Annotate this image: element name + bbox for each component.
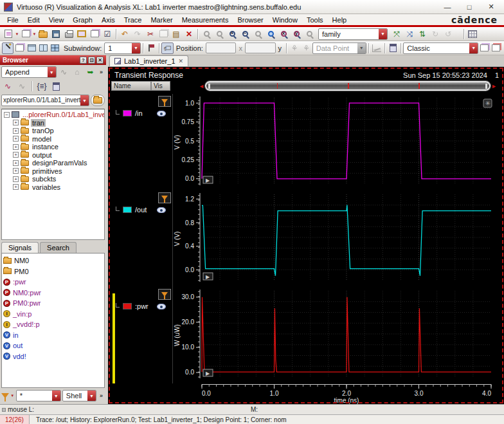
- menu-axis[interactable]: Axis: [97, 15, 120, 25]
- edit-properties-button[interactable]: ☑: [101, 28, 114, 40]
- plot-appearance-icon[interactable]: ⌂: [71, 66, 83, 78]
- plot-refresh-icon[interactable]: ∿: [58, 66, 70, 78]
- filter-dropdown-icon[interactable]: ▼: [10, 391, 15, 401]
- tree-item-subckts[interactable]: +subckts: [2, 175, 104, 183]
- signal-item-:pwr[interactable]: P:pwr: [3, 277, 103, 288]
- tab-lab1-inverter-1[interactable]: Lab1_inverter_1 ✕: [109, 55, 188, 66]
- time-range-slider[interactable]: ◄ ►: [198, 80, 498, 91]
- zoom-y-button[interactable]: y: [290, 28, 303, 40]
- split-window-button[interactable]: [37, 42, 49, 54]
- waveform-plot[interactable]: 1.20.80.40.0V (V)▶: [172, 190, 504, 287]
- tab-search[interactable]: Search: [40, 242, 76, 253]
- tab-close-icon[interactable]: ✕: [179, 58, 184, 64]
- signal-filter-icon[interactable]: [1, 393, 9, 398]
- multi-graph-button[interactable]: [14, 42, 25, 54]
- expand-icon[interactable]: +: [13, 184, 19, 190]
- expand-icon[interactable]: +: [13, 120, 19, 125]
- table-view-button[interactable]: [466, 28, 479, 40]
- minimize-button[interactable]: —: [438, 2, 456, 12]
- zoom-x-button[interactable]: x: [277, 28, 290, 40]
- menu-window[interactable]: Window: [268, 15, 302, 25]
- delete-window-button[interactable]: [491, 42, 502, 54]
- waveform-strip-in[interactable]: /in1.00.750.50.250.0V (V)▶✳: [108, 94, 504, 190]
- float-panel-icon[interactable]: ⊡: [88, 57, 95, 64]
- waveform-strip-pwr[interactable]: :pwr30.020.010.00.0W (uW)▶: [108, 287, 504, 383]
- grid-window-button[interactable]: [50, 42, 61, 54]
- save-button[interactable]: [50, 28, 62, 40]
- browser-overflow-chevron[interactable]: »: [98, 69, 105, 75]
- visibility-eye-icon[interactable]: [157, 111, 166, 116]
- trace-filter-button[interactable]: [158, 289, 171, 300]
- fit-all-button[interactable]: ⤧: [390, 28, 403, 40]
- next-zoom-button[interactable]: [213, 28, 226, 40]
- plot-signal-icon[interactable]: ∿: [1, 80, 14, 92]
- zoom-in-button[interactable]: +: [226, 28, 239, 40]
- expand-icon[interactable]: +: [13, 168, 19, 174]
- zoom-fit-button[interactable]: [264, 28, 277, 40]
- tree-item-tran[interactable]: +tran: [2, 119, 104, 127]
- plot-strip-icon[interactable]: ∿: [15, 80, 28, 92]
- help-icon[interactable]: ?: [80, 57, 87, 64]
- menu-help[interactable]: Help: [328, 15, 352, 25]
- family-combo[interactable]: family▼: [318, 28, 388, 40]
- calculator-button[interactable]: [387, 42, 399, 54]
- label-tool-button[interactable]: 🏷︎: [161, 42, 173, 54]
- undo-button[interactable]: ↶: [118, 28, 131, 40]
- theme-combo[interactable]: Classic▼: [403, 42, 478, 54]
- tree-item-primitives[interactable]: +primitives: [2, 167, 104, 176]
- menu-edit[interactable]: Edit: [23, 15, 44, 25]
- fit-y-button[interactable]: ⇅: [416, 28, 429, 40]
- maximize-button[interactable]: □: [460, 2, 478, 12]
- new-graph-dropdown-icon[interactable]: ▼: [15, 29, 19, 39]
- expand-icon[interactable]: +: [13, 176, 19, 182]
- signal-item-vdd![interactable]: Vvdd!: [3, 351, 103, 362]
- tree-root[interactable]: −...plorerRun.0/1/Lab1_inverter_1/psf: [2, 111, 104, 119]
- trace-filter-button[interactable]: [158, 192, 171, 203]
- filter-overflow-chevron[interactable]: »: [98, 392, 105, 399]
- zoom-custom-button[interactable]: [303, 28, 316, 40]
- new-subwindow-button[interactable]: [19, 28, 32, 40]
- tab-signals[interactable]: Signals: [1, 242, 39, 253]
- signal-item-in[interactable]: Vin: [3, 330, 103, 341]
- tree-item-instance[interactable]: +instance: [2, 143, 104, 151]
- print-button[interactable]: [62, 28, 75, 40]
- calculator-browser-icon[interactable]: [50, 80, 62, 92]
- signal-item-PM0[interactable]: PM0: [3, 266, 103, 277]
- expression-editor-icon[interactable]: {≡}: [35, 80, 48, 92]
- fit-x-button[interactable]: ⤨: [403, 28, 416, 40]
- menu-marker[interactable]: Marker: [146, 15, 177, 25]
- waveform-window[interactable]: Transient Response Sun Sep 15 20:55:23 2…: [108, 67, 504, 404]
- new-graph-button[interactable]: [2, 28, 15, 40]
- expand-icon[interactable]: +: [13, 160, 19, 166]
- tree-item-model[interactable]: +model: [2, 135, 104, 143]
- menu-measurements[interactable]: Measurements: [177, 15, 233, 25]
- add-plot-icon[interactable]: ➥: [84, 66, 96, 78]
- waveform-plot[interactable]: 1.00.750.50.250.0V (V)▶✳: [172, 94, 504, 190]
- tree-item-designParamVals[interactable]: +designParamVals: [2, 159, 104, 167]
- menu-view[interactable]: View: [44, 15, 69, 25]
- close-panel-icon[interactable]: ✕: [96, 57, 104, 64]
- edit-graph-button[interactable]: [88, 28, 101, 40]
- waveform-strip-out[interactable]: /out1.20.80.40.0V (V)▶: [108, 190, 504, 287]
- collapse-icon[interactable]: −: [4, 112, 10, 118]
- position-x-input[interactable]: [206, 42, 237, 53]
- trace-color-swatch[interactable]: [123, 303, 132, 309]
- select-mode-button[interactable]: [2, 42, 14, 54]
- datapoint-combo[interactable]: Data Point▼: [312, 42, 366, 54]
- zoom-out-button[interactable]: −: [239, 28, 251, 40]
- trace-name[interactable]: /out: [135, 206, 147, 214]
- copy-button[interactable]: [157, 28, 170, 40]
- cut-button[interactable]: ✂: [144, 28, 157, 40]
- redo-button[interactable]: ↷: [131, 28, 144, 40]
- trace-name[interactable]: /in: [135, 109, 143, 117]
- expand-icon[interactable]: +: [13, 152, 19, 158]
- refresh-button[interactable]: ↺: [442, 28, 455, 40]
- menu-graph[interactable]: Graph: [68, 15, 97, 25]
- expand-icon[interactable]: +: [13, 136, 19, 142]
- menu-trace[interactable]: Trace: [120, 15, 147, 25]
- marker-a-button[interactable]: ⚘: [289, 42, 300, 54]
- signal-item-NM0[interactable]: NM0: [3, 255, 103, 266]
- trace-color-swatch[interactable]: [123, 110, 132, 116]
- copy-window-button[interactable]: [478, 42, 490, 54]
- open-button[interactable]: [37, 28, 50, 40]
